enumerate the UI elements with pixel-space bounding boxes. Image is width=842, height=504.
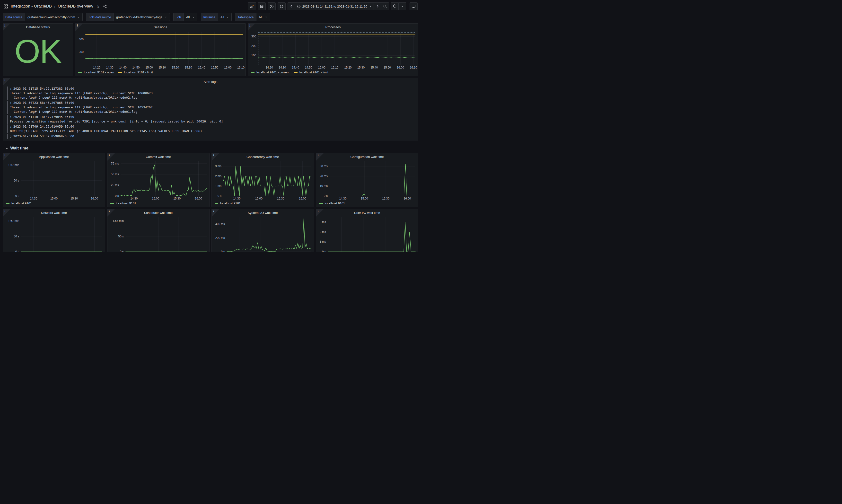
svg-text:0 s: 0 s <box>115 194 119 198</box>
chart-legend: localhost:9161 <box>3 201 105 207</box>
panel-info-icon[interactable]: i <box>3 153 10 161</box>
variable-label-instance: Instance <box>201 13 218 21</box>
log-entry[interactable]: ❯2023-01-31T10:18:47.479045-05:00Process… <box>7 115 414 124</box>
kiosk-mode-button[interactable] <box>410 2 417 10</box>
log-timestamp: ❯2023-01-31T09:24:22.010059-05:00 <box>10 124 414 129</box>
chevron-down-icon <box>226 16 229 18</box>
legend-swatch <box>119 72 122 73</box>
panel-info-icon[interactable]: i <box>3 23 10 31</box>
dashboard-body: i Database status OK iSessions20040014:2… <box>0 23 421 252</box>
wait-time-section-header[interactable]: Wait time <box>5 143 418 153</box>
legend-item[interactable]: localhost:9161 - open <box>78 71 114 74</box>
panel-title[interactable]: User I/O wait time <box>316 209 418 215</box>
panel-info-icon[interactable]: i <box>3 209 10 217</box>
variable-select-instance[interactable]: All <box>218 13 232 21</box>
panel-title[interactable]: Database status <box>3 23 73 29</box>
panel-info-icon[interactable]: i <box>316 153 324 161</box>
panel-info-icon[interactable]: i <box>248 23 255 31</box>
panel-info-icon[interactable]: i <box>212 209 219 217</box>
log-entry[interactable]: ❯2023-01-31T15:54:22.127383-05:00Thread … <box>7 87 414 100</box>
log-entry[interactable]: ❯2023-01-31T09:24:22.010059-05:00ORCLPDB… <box>7 124 414 133</box>
log-expand-chevron-icon[interactable]: ❯ <box>10 115 12 119</box>
time-series-chart[interactable]: 0 s10 ms20 ms30 ms14:3015:0015:3016:00 <box>316 159 418 201</box>
svg-text:14:20: 14:20 <box>93 66 101 69</box>
chart-legend: localhost:9161 <box>107 201 210 207</box>
time-range-back-button[interactable] <box>288 2 295 10</box>
dashboard-insights-button[interactable] <box>268 2 276 10</box>
log-entry[interactable]: ❯2023-01-30T23:58:46.297865-05:00Thread … <box>7 101 414 114</box>
panel-info-icon[interactable]: i <box>107 209 115 217</box>
log-entry[interactable]: ❯2023-01-31T04:53:59.859068-05:00 <box>7 134 414 139</box>
svg-text:0 s: 0 s <box>218 194 221 198</box>
panel-title[interactable]: Configuration wait time <box>316 153 418 159</box>
panel-info-icon[interactable]: i <box>3 78 10 86</box>
variable-select-loki-datasource[interactable]: grafanacloud-keithschmitty-logs <box>113 13 170 21</box>
refresh-button[interactable] <box>391 2 399 10</box>
time-series-chart[interactable]: 0 s200 ms400 ms14:3015:0015:3016:00 <box>212 215 314 252</box>
log-expand-chevron-icon[interactable]: ❯ <box>10 135 12 138</box>
dashboard-settings-button[interactable] <box>277 2 286 10</box>
time-range-picker-button[interactable]: 2023-01-31 14:11:31 to 2023-01-31 16:11:… <box>295 2 374 10</box>
svg-text:14:20: 14:20 <box>266 66 273 69</box>
legend-item[interactable]: localhost:9161 <box>110 201 136 205</box>
legend-item[interactable]: localhost:9161 - limit <box>119 71 153 74</box>
log-expand-chevron-icon[interactable]: ❯ <box>10 87 12 90</box>
variable-select-data-source[interactable]: grafanacloud-keithschmitty-prom <box>25 13 83 21</box>
legend-item[interactable]: localhost:9161 <box>319 201 345 205</box>
chart-svg: 10020030014:2014:3014:4014:5015:0015:101… <box>248 29 418 70</box>
legend-item[interactable]: localhost:9161 - current <box>251 71 289 74</box>
zoom-out-button[interactable] <box>381 2 389 10</box>
legend-item[interactable]: localhost:9161 <box>215 201 240 205</box>
dashboards-grid-icon[interactable] <box>3 4 8 9</box>
panel-title[interactable]: Concurrency wait time <box>212 153 314 159</box>
panel-title[interactable]: Alert logs <box>3 78 418 84</box>
legend-item[interactable]: localhost:9161 <box>6 201 32 205</box>
time-range-text: 2023-01-31 14:11:31 to 2023-01-31 16:11:… <box>302 5 367 8</box>
time-series-chart[interactable]: 0 s1 ms2 ms3 ms14:3015:0015:3016:00 <box>316 215 418 252</box>
panel-info-icon[interactable]: i <box>107 153 115 161</box>
svg-text:15:00: 15:00 <box>255 197 263 200</box>
panel-title[interactable]: Processes <box>248 23 418 29</box>
refresh-controls <box>391 2 406 10</box>
panel-title[interactable]: Network wait time <box>3 209 105 215</box>
panel-info-icon[interactable]: i <box>212 153 219 161</box>
legend-swatch <box>110 203 114 204</box>
svg-text:14:30: 14:30 <box>279 66 286 69</box>
time-series-chart[interactable]: 0 s50 s1.67 min14:3015:0015:3016:00 <box>3 159 105 201</box>
log-expand-chevron-icon[interactable]: ❯ <box>10 101 12 105</box>
log-expand-chevron-icon[interactable]: ❯ <box>10 125 12 128</box>
legend-item[interactable]: localhost:9161 - limit <box>294 71 328 74</box>
log-message: Current log# 2 seq# 113 mem# 0: /u01/bas… <box>10 95 414 100</box>
share-icon[interactable] <box>102 4 107 9</box>
panel-title[interactable]: Scheduler wait time <box>107 209 210 215</box>
time-series-chart[interactable]: 0 s50 s1.67 min14:3015:0015:3016:00 <box>3 215 105 252</box>
panel-title[interactable]: Application wait time <box>3 153 105 159</box>
time-series-chart[interactable]: 20040014:2014:3014:4014:5015:0015:1015:2… <box>75 29 246 70</box>
time-series-chart[interactable]: 10020030014:2014:3014:4014:5015:0015:101… <box>248 29 418 70</box>
log-timestamp: ❯2023-01-31T04:53:59.859068-05:00 <box>10 134 414 139</box>
chart-svg: 0 s1 ms2 ms3 ms14:3015:0015:3016:00 <box>212 159 314 201</box>
save-dashboard-button[interactable] <box>258 2 266 10</box>
time-series-chart[interactable]: 0 s1 ms2 ms3 ms14:3015:0015:3016:00 <box>212 159 314 201</box>
svg-text:0 s: 0 s <box>322 250 326 252</box>
chart-legend: localhost:9161 - openlocalhost:9161 - li… <box>75 70 246 76</box>
add-panel-button[interactable] <box>248 2 256 10</box>
time-series-chart[interactable]: 0 s25 ms50 ms75 ms14:3015:0015:3016:00 <box>107 159 210 201</box>
chart-svg: 0 s10 ms20 ms30 ms14:3015:0015:3016:00 <box>316 159 418 201</box>
panel-title[interactable]: Sessions <box>75 23 246 29</box>
chart-legend: localhost:9161 <box>316 201 418 207</box>
breadcrumb-folder[interactable]: Integration - OracleDB <box>11 4 52 9</box>
variable-select-job[interactable]: All <box>183 13 197 21</box>
chevron-down-icon <box>77 16 80 18</box>
favorite-star-icon[interactable]: ☆ <box>96 4 100 9</box>
time-range-forward-button[interactable] <box>374 2 381 10</box>
panel-title[interactable]: System I/O wait time <box>212 209 314 215</box>
svg-text:14:30: 14:30 <box>130 197 138 200</box>
panel-info-icon[interactable]: i <box>316 209 324 217</box>
panel-info-icon[interactable]: i <box>75 23 83 31</box>
refresh-interval-button[interactable] <box>398 2 406 10</box>
time-series-chart[interactable]: 0 s50 s1.67 min14:3015:0015:3016:00 <box>107 215 210 252</box>
panel-title[interactable]: Commit wait time <box>107 153 210 159</box>
panel-scheduler-wait-time: iScheduler wait time0 s50 s1.67 min14:30… <box>107 209 210 252</box>
variable-select-tablespace[interactable]: All <box>256 13 270 21</box>
